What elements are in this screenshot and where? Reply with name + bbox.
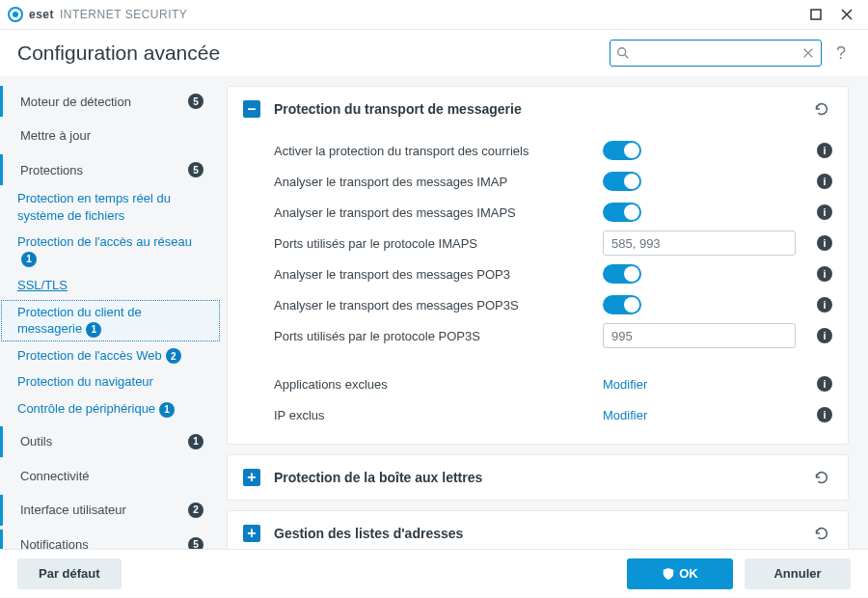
eset-logo-icon	[8, 7, 23, 22]
window-close-button[interactable]	[833, 3, 860, 26]
panel-header[interactable]: –Protection du transport de messagerie	[228, 87, 848, 131]
toggle-switch[interactable]	[603, 295, 641, 314]
collapse-icon[interactable]: –	[243, 100, 260, 118]
info-icon[interactable]: i	[817, 376, 832, 392]
search-input[interactable]	[630, 45, 801, 62]
sidebar-subitem[interactable]: Protection de l'accès au réseau1	[0, 229, 221, 272]
sidebar-item-label: Outils	[20, 434, 176, 448]
setting-label: Analyser le transport des messages POP3	[274, 267, 603, 282]
sidebar-subitem-label: Protection de l'accès au réseau	[17, 234, 192, 249]
badge: 5	[188, 537, 203, 549]
sidebar-subitem-label: Protection du navigateur	[17, 374, 153, 389]
sidebar-item[interactable]: Mettre à jour	[0, 121, 221, 150]
brand-product: INTERNET SECURITY	[60, 8, 187, 21]
setting-label: Analyser le transport des messages POP3S	[274, 298, 603, 313]
header: Configuration avancée ?	[0, 30, 868, 76]
sidebar-item-label: Mettre à jour	[20, 128, 203, 143]
clear-icon[interactable]	[801, 46, 815, 60]
window-maximize-button[interactable]	[802, 3, 829, 26]
setting-label: Ports utilisés par le protocole IMAPS	[274, 236, 603, 251]
search-box[interactable]	[610, 40, 822, 67]
sidebar-subitem[interactable]: Contrôle de périphérique1	[0, 395, 221, 422]
svg-point-1	[13, 12, 18, 17]
revert-icon[interactable]	[811, 523, 832, 544]
brand-bold: eset	[29, 8, 54, 21]
setting-row: Applications excluesModifieri	[274, 368, 832, 399]
edit-link[interactable]: Modifier	[603, 408, 647, 422]
sidebar-subitem-label: Protection du client de messagerie	[17, 305, 142, 337]
svg-rect-2	[811, 10, 821, 19]
toggle-switch[interactable]	[603, 172, 641, 191]
badge: 5	[188, 94, 203, 109]
setting-row: IP exclusModifieri	[274, 399, 832, 430]
page-title: Configuration avancée	[17, 41, 220, 65]
setting-row: Analyser le transport des messages POP3S…	[274, 289, 832, 320]
badge: 5	[188, 162, 203, 177]
badge: 1	[86, 322, 101, 338]
sidebar-item[interactable]: Protections5	[0, 154, 221, 185]
panel-title: Protection de la boîte aux lettres	[274, 470, 798, 485]
ok-button[interactable]: OK	[627, 558, 733, 589]
panel-title: Protection du transport de messagerie	[274, 101, 798, 117]
expand-icon[interactable]: +	[243, 525, 260, 542]
setting-row: Analyser le transport des messages IMAPS…	[274, 197, 832, 228]
default-button[interactable]: Par défaut	[17, 558, 122, 589]
footer: Par défaut OK Annuler	[0, 549, 868, 597]
sidebar-subitem[interactable]: SSL/TLS	[0, 272, 221, 299]
setting-label: Ports utilisés par le protocole POP3S	[274, 329, 603, 343]
sidebar-item-label: Moteur de détection	[20, 95, 176, 109]
edit-link[interactable]: Modifier	[603, 377, 647, 392]
info-icon[interactable]: i	[817, 235, 832, 251]
info-icon[interactable]: i	[817, 143, 832, 158]
info-icon[interactable]: i	[817, 297, 832, 313]
sidebar-item-label: Interface utilisateur	[20, 503, 176, 517]
search-icon	[616, 46, 630, 60]
sidebar-item[interactable]: Outils1	[0, 426, 221, 457]
setting-row: Activer la protection du transport des c…	[274, 135, 832, 166]
panel-body: Activer la protection du transport des c…	[228, 131, 848, 444]
sidebar-item-label: Protections	[20, 163, 176, 177]
setting-row: Ports utilisés par le protocole IMAPSi	[274, 228, 832, 258]
sidebar-item-label: Notifications	[20, 537, 176, 549]
panel-header[interactable]: +Protection de la boîte aux lettres	[228, 455, 848, 500]
info-icon[interactable]: i	[817, 204, 832, 220]
toggle-switch[interactable]	[603, 203, 641, 222]
revert-icon[interactable]	[811, 467, 832, 488]
sidebar-item[interactable]: Moteur de détection5	[0, 86, 221, 117]
text-input[interactable]	[603, 231, 796, 256]
info-icon[interactable]: i	[817, 266, 832, 282]
sidebar-item[interactable]: Connectivité	[0, 461, 221, 491]
sidebar-subitem[interactable]: Protection du client de messagerie1	[0, 299, 221, 342]
brand: eset INTERNET SECURITY	[8, 7, 187, 22]
badge: 2	[166, 348, 181, 364]
sidebar-item[interactable]: Interface utilisateur2	[0, 495, 221, 526]
sidebar-subitem[interactable]: Protection en temps réel du système de f…	[0, 185, 221, 229]
panel-header[interactable]: +Gestion des listes d'adresses	[228, 511, 848, 549]
content-area: –Protection du transport de messagerieAc…	[227, 86, 858, 549]
revert-icon[interactable]	[811, 98, 832, 120]
svg-point-3	[618, 48, 626, 56]
help-button[interactable]: ?	[831, 43, 851, 64]
badge: 1	[21, 252, 37, 267]
panel: +Gestion des listes d'adresses	[227, 510, 849, 549]
setting-row: Analyser le transport des messages IMAPi	[274, 166, 832, 197]
text-input[interactable]	[603, 323, 796, 348]
info-icon[interactable]: i	[817, 174, 832, 189]
sidebar-item[interactable]: Notifications5	[0, 530, 221, 549]
setting-label: Analyser le transport des messages IMAP	[274, 175, 603, 189]
expand-icon[interactable]: +	[243, 469, 260, 486]
ok-label: OK	[679, 566, 698, 581]
panel: –Protection du transport de messagerieAc…	[227, 86, 849, 445]
setting-label: IP exclus	[274, 408, 603, 422]
setting-label: Analyser le transport des messages IMAPS	[274, 205, 603, 220]
sidebar: Moteur de détection5Mettre à jourProtect…	[0, 76, 221, 549]
cancel-button[interactable]: Annuler	[745, 558, 851, 589]
info-icon[interactable]: i	[817, 328, 832, 343]
toggle-switch[interactable]	[603, 264, 641, 284]
sidebar-subitem[interactable]: Protection de l'accès Web2	[0, 342, 221, 369]
toggle-switch[interactable]	[603, 141, 641, 160]
info-icon[interactable]: i	[817, 407, 832, 422]
sidebar-subitem-label: SSL/TLS	[17, 278, 68, 292]
sidebar-subitem[interactable]: Protection du navigateur	[0, 368, 221, 395]
badge: 2	[188, 503, 203, 518]
